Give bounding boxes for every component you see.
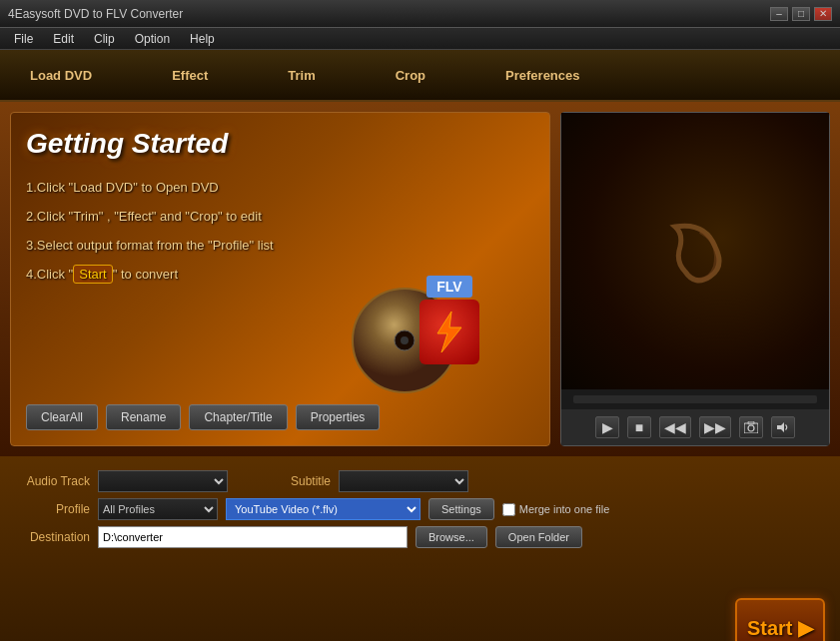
toolbar-preferences[interactable]: Preferences	[495, 62, 589, 89]
flv-label: FLV	[426, 276, 471, 298]
toolbar-crop[interactable]: Crop	[386, 62, 435, 89]
properties-button[interactable]: Properties	[296, 404, 381, 430]
progress-bar-container[interactable]	[573, 395, 817, 403]
start-button[interactable]: Start ▶	[735, 598, 825, 641]
rewind-button[interactable]: ◀◀	[659, 416, 691, 438]
toolbar-trim[interactable]: Trim	[278, 62, 325, 89]
titlebar: 4Easysoft DVD to FLV Converter – □ ✕	[0, 0, 840, 28]
toolbar-effect[interactable]: Effect	[162, 62, 218, 89]
profile-category-select[interactable]: All Profiles	[98, 498, 218, 520]
menu-option[interactable]: Option	[125, 30, 180, 48]
getting-started-title: Getting Started	[26, 128, 534, 160]
merge-label: Merge into one file	[519, 503, 610, 515]
play-button[interactable]: ▶	[595, 416, 619, 438]
minimize-button[interactable]: –	[770, 7, 788, 21]
audio-track-label: Audio Track	[15, 474, 90, 488]
menu-help[interactable]: Help	[180, 30, 225, 48]
menu-file[interactable]: File	[4, 30, 43, 48]
screenshot-button[interactable]	[739, 416, 763, 438]
merge-checkbox-input[interactable]	[502, 503, 515, 516]
flv-flash-icon	[420, 300, 479, 364]
toolbar: Load DVD Effect Trim Crop Preferences	[0, 50, 840, 102]
bottom-section: Audio Track Subtitle Profile All Profile…	[0, 456, 840, 641]
open-folder-button[interactable]: Open Folder	[495, 526, 582, 548]
chapter-title-button[interactable]: Chapter/Title	[189, 404, 287, 430]
left-panel-buttons: ClearAll Rename Chapter/Title Properties	[26, 404, 380, 430]
flv-icon: FLV	[410, 276, 489, 365]
video-controls: ▶ ■ ◀◀ ▶▶	[561, 409, 829, 445]
left-panel: Getting Started 1.Click "Load DVD" to Op…	[10, 112, 550, 446]
step2: 2.Click "Trim" , "Effect" and "Crop" to …	[26, 209, 534, 224]
profile-row: Profile All Profiles YouTube Video (*.fl…	[15, 498, 825, 520]
toolbar-load-dvd[interactable]: Load DVD	[20, 62, 102, 89]
menubar: File Edit Clip Option Help	[0, 28, 840, 50]
rename-button[interactable]: Rename	[106, 404, 181, 430]
close-button[interactable]: ✕	[814, 7, 832, 21]
svg-point-2	[401, 336, 409, 344]
profile-label: Profile	[15, 502, 90, 516]
browse-button[interactable]: Browse...	[416, 526, 487, 548]
audio-track-select[interactable]	[98, 470, 228, 492]
menu-edit[interactable]: Edit	[43, 30, 84, 48]
stop-button[interactable]: ■	[627, 416, 651, 438]
profile-format-select[interactable]: YouTube Video (*.flv)	[226, 498, 420, 520]
svg-point-5	[748, 425, 754, 431]
video-logo	[655, 212, 735, 292]
subtitle-select[interactable]	[339, 470, 468, 492]
right-panel: ▶ ■ ◀◀ ▶▶	[560, 112, 830, 446]
audio-subtitle-row: Audio Track Subtitle	[15, 470, 825, 492]
seek-area	[561, 389, 829, 409]
maximize-button[interactable]: □	[792, 7, 810, 21]
main-area: Getting Started 1.Click "Load DVD" to Op…	[0, 102, 840, 456]
svg-marker-3	[437, 312, 461, 352]
app-title: 4Easysoft DVD to FLV Converter	[8, 7, 183, 21]
step4-start-highlight: Start	[73, 265, 112, 284]
window-controls: – □ ✕	[770, 7, 832, 21]
svg-marker-7	[777, 422, 784, 432]
clear-all-button[interactable]: ClearAll	[26, 404, 98, 430]
merge-checkbox-container: Merge into one file	[502, 503, 610, 516]
destination-input[interactable]	[98, 526, 408, 548]
step1: 1.Click "Load DVD" to Open DVD	[26, 180, 534, 195]
forward-button[interactable]: ▶▶	[699, 416, 731, 438]
video-preview	[561, 113, 829, 389]
volume-button[interactable]	[771, 416, 795, 438]
settings-button[interactable]: Settings	[428, 498, 494, 520]
menu-clip[interactable]: Clip	[84, 30, 125, 48]
subtitle-label: Subtitle	[256, 474, 331, 488]
destination-row: Destination Browse... Open Folder	[15, 526, 825, 548]
step3: 3.Select output format from the "Profile…	[26, 238, 534, 253]
destination-label: Destination	[15, 530, 90, 544]
